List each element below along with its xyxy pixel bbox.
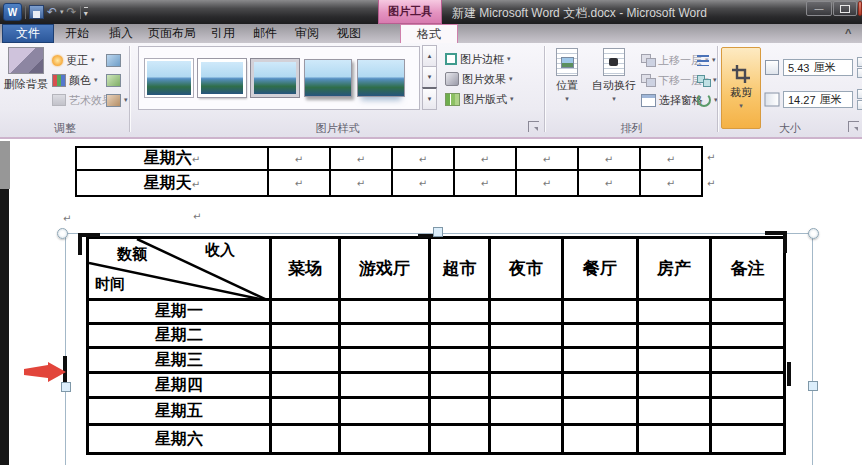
table-cell-empty [563, 398, 638, 425]
table-cell-empty [340, 373, 430, 398]
compress-picture-icon [106, 54, 121, 67]
crop-button[interactable]: 裁剪 ▾ [721, 47, 761, 129]
spin-up-button[interactable]: ▴ [857, 57, 862, 67]
qat-customize-button[interactable]: ▾ [84, 7, 88, 18]
compress-picture-button[interactable] [106, 50, 128, 70]
tab-insert[interactable]: 插入 [100, 24, 142, 43]
tab-mailings[interactable]: 邮件 [244, 24, 286, 43]
spin-down-button[interactable]: ▾ [857, 100, 862, 110]
save-button[interactable] [29, 5, 44, 19]
crop-handle-top-right[interactable] [783, 231, 787, 253]
divider [80, 6, 81, 19]
table-cell-empty[interactable]: ↵ [454, 170, 516, 196]
close-button[interactable] [858, 1, 862, 16]
table-cell-empty[interactable]: ↵ [268, 147, 330, 170]
tab-page-layout[interactable]: 页面布局 [142, 24, 202, 43]
picture-border-button[interactable]: 图片边框 ▾ [445, 49, 514, 69]
table-cell-empty[interactable]: ↵ [330, 147, 392, 170]
table-cell-empty [638, 300, 711, 324]
remove-background-label: 删除背景 [4, 78, 48, 91]
pilcrow-mark: ↵ [357, 154, 365, 165]
table-cell-empty[interactable]: ↵ [578, 170, 640, 196]
table-cell-empty[interactable]: ↵ [454, 147, 516, 170]
maximize-button[interactable] [833, 1, 857, 16]
height-spin-buttons: ▴ ▾ [857, 57, 862, 78]
reset-picture-button[interactable]: ▾ [106, 90, 128, 110]
shape-width-field[interactable]: 14.27 厘米 [783, 91, 853, 108]
word-logo-icon[interactable]: W [3, 3, 22, 21]
table-cell-empty[interactable]: ↵ [640, 170, 702, 196]
picture-style-thumbnail[interactable] [198, 59, 246, 97]
tab-file[interactable]: 文件 [2, 24, 54, 43]
resize-handle-top-left[interactable] [57, 228, 68, 239]
picture-style-thumbnail[interactable] [251, 59, 299, 97]
table-cell-empty[interactable]: ↵ [640, 147, 702, 170]
width-unit: 厘米 [820, 92, 842, 107]
wrap-text-label: 自动换行 [592, 79, 636, 92]
table-cell-empty[interactable]: ↵ [516, 170, 578, 196]
tab-home[interactable]: 开始 [55, 24, 99, 43]
pilcrow-mark: ↵ [419, 178, 427, 189]
picture-border-icon [445, 53, 457, 65]
gallery-scroll-up-button[interactable]: ▴ [422, 45, 437, 67]
undo-dropdown-icon[interactable]: ▾ [60, 8, 64, 16]
table-cell-empty [711, 373, 785, 398]
table-cell-empty[interactable]: ↵ [516, 147, 578, 170]
table-cell-empty[interactable]: ↵ [392, 147, 454, 170]
table-cell-empty[interactable]: ↵ [268, 170, 330, 196]
picture-effects-button[interactable]: 图片效果 ▾ [445, 69, 514, 89]
picture-styles-dialog-launcher[interactable] [528, 121, 539, 132]
table-cell-empty [563, 373, 638, 398]
change-picture-button[interactable] [106, 70, 128, 90]
pilcrow-mark: ↵ [605, 154, 613, 165]
table-cell-empty [271, 373, 340, 398]
paragraph-pilcrow: ↵ [63, 213, 71, 224]
table-cell-empty[interactable]: ↵ [578, 147, 640, 170]
wrap-text-button[interactable]: 自动换行 ▾ [589, 48, 639, 105]
picture-styles-group-label: 图片样式 [130, 121, 545, 136]
resize-handle-right-middle[interactable] [808, 381, 818, 391]
crop-label: 裁剪 [730, 86, 752, 99]
resize-handle-top-center[interactable] [433, 227, 443, 237]
size-dialog-launcher[interactable] [848, 121, 859, 132]
tab-format[interactable]: 格式 [400, 24, 458, 43]
title-bar: W ↶ ▾ ↷ ▾ 图片工具 新建 Microsoft Word 文档.docx… [0, 0, 862, 24]
table-cell-sunday[interactable]: 星期天↵ [76, 170, 268, 196]
picture-style-thumbnail[interactable] [357, 59, 405, 97]
quick-access-toolbar: W ↶ ▾ ↷ ▾ [3, 3, 88, 21]
group-objects-button[interactable]: ▾ [697, 70, 718, 90]
spin-down-button[interactable]: ▾ [857, 68, 862, 78]
crop-handle-right-middle[interactable] [787, 362, 791, 386]
minimize-button[interactable]: — [806, 1, 832, 16]
resize-handle-left-middle[interactable] [61, 382, 71, 392]
crop-handle-top-left[interactable] [78, 233, 82, 255]
table-cell-empty [711, 398, 785, 425]
picture-style-thumbnail[interactable] [145, 59, 193, 97]
gallery-more-button[interactable]: ▾ [422, 87, 437, 110]
table-cell-empty [430, 300, 490, 324]
table-cell-empty [490, 348, 563, 373]
collapse-ribbon-button[interactable]: ^ [845, 27, 851, 39]
align-button[interactable]: ▾ [697, 50, 718, 70]
picture-layout-button[interactable]: 图片版式 ▾ [445, 89, 514, 109]
shape-height-field[interactable]: 5.43 厘米 [783, 59, 853, 76]
resize-handle-top-right[interactable] [808, 228, 819, 239]
tab-review[interactable]: 审阅 [286, 24, 328, 43]
redo-button[interactable]: ↷ [67, 6, 77, 18]
group-size: 裁剪 ▾ 5.43 厘米 ▴ ▾ 14.27 厘米 [718, 43, 862, 137]
table-cell-empty[interactable]: ↵ [330, 170, 392, 196]
gallery-scroll-down-button[interactable]: ▾ [422, 66, 437, 88]
rotate-button[interactable]: ▾ [697, 90, 718, 110]
position-button[interactable]: 位置 ▾ [549, 48, 585, 105]
tab-view[interactable]: 视图 [328, 24, 370, 43]
tab-references[interactable]: 引用 [202, 24, 244, 43]
undo-button[interactable]: ↶ [47, 6, 57, 18]
remove-background-button[interactable]: 删除背景 [3, 47, 49, 91]
spin-up-button[interactable]: ▴ [857, 89, 862, 99]
table-cell-empty [271, 348, 340, 373]
chevron-down-icon: ▾ [713, 76, 717, 84]
table-cell-saturday[interactable]: 星期六↵ [76, 147, 268, 170]
picture-style-thumbnail[interactable] [304, 59, 352, 97]
table-cell-empty[interactable]: ↵ [392, 170, 454, 196]
table-cell-empty [271, 324, 340, 348]
